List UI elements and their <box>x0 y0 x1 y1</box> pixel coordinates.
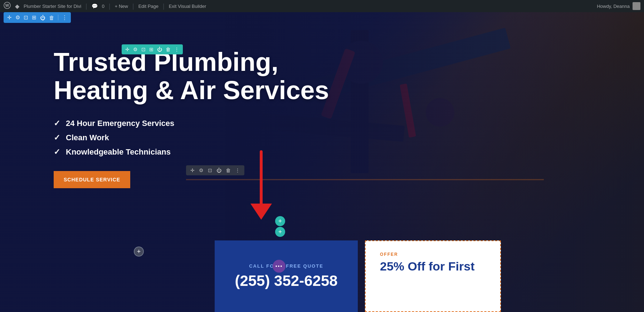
howdy-label: Howdy, Deanna <box>597 4 630 9</box>
teal-settings-icon[interactable]: ⚙ <box>133 47 138 52</box>
separator3: | <box>132 3 134 10</box>
gray-copy-icon[interactable]: ⊡ <box>208 167 212 173</box>
new-button[interactable]: + New <box>115 4 128 9</box>
divi-move-icon[interactable]: ✛ <box>7 14 12 21</box>
module-toolbar-teal: ✛ ⚙ ⊡ ⊞ ⏻ 🗑 ⋮ <box>122 44 183 54</box>
checklist-item-1: ✓ 24 Hour Emergency Services <box>54 119 644 128</box>
add-row-button-3[interactable]: + <box>134 247 144 257</box>
checklist-item-2: ✓ Clean Work <box>54 133 644 142</box>
svg-marker-3 <box>250 204 272 220</box>
teal-more-icon[interactable]: ⋮ <box>174 47 179 52</box>
call-number: (255) 352-6258 <box>235 272 337 289</box>
checklist-item-3: ✓ Knowledgeable Technicians <box>54 147 644 157</box>
divi-more-icon[interactable]: ⋮ <box>62 14 67 21</box>
float-dots-button[interactable]: ••• <box>273 260 286 273</box>
comments-icon[interactable]: 💬 <box>92 3 98 9</box>
hero-section: ✛ ⚙ ⊡ ⊞ ⏻ 🗑 ⋮ Trusted Plumbing, Heating … <box>0 12 644 312</box>
separator2: | <box>109 3 111 10</box>
wp-logo-icon[interactable]: W <box>4 2 11 10</box>
gray-disable-icon[interactable]: ⏻ <box>216 167 221 173</box>
teal-delete-icon[interactable]: 🗑 <box>166 47 171 52</box>
separator4: | <box>163 3 165 10</box>
offer-label: OFFER <box>380 252 486 257</box>
check-icon-2: ✓ <box>54 133 60 142</box>
toolbar-separator <box>58 15 58 20</box>
teal-move-icon[interactable]: ✛ <box>125 47 130 52</box>
site-name[interactable]: Plumber Starter Site for Divi <box>24 4 81 9</box>
divi-delete-icon[interactable]: 🗑 <box>49 15 54 21</box>
hero-checklist: ✓ 24 Hour Emergency Services ✓ Clean Wor… <box>54 119 644 157</box>
call-label: CALL FOR A FREE QUOTE <box>249 263 323 269</box>
divi-top-toolbar: ✛ ⚙ ⊡ ⊞ ⏻ 🗑 ⋮ <box>4 12 71 23</box>
gray-more-icon[interactable]: ⋮ <box>235 167 240 173</box>
svg-text:W: W <box>5 3 9 8</box>
check-icon-1: ✓ <box>54 119 60 128</box>
offer-card: OFFER 25% Off for First <box>365 240 501 312</box>
add-row-button-2[interactable]: + <box>275 227 285 237</box>
exit-builder-link[interactable]: Exit Visual Builder <box>169 4 206 9</box>
teal-copy-icon[interactable]: ⊡ <box>141 47 146 52</box>
hero-content: Trusted Plumbing, Heating & Air Services… <box>0 12 644 188</box>
edit-page-link[interactable]: Edit Page <box>138 4 158 9</box>
module-toolbar-gray: ✛ ⚙ ⊡ ⏻ 🗑 ⋮ <box>186 165 244 175</box>
gray-delete-icon[interactable]: 🗑 <box>226 167 231 173</box>
button-row: SCHEDULE SERVICE ✛ ⚙ ⊡ ⏻ 🗑 ⋮ <box>54 171 644 188</box>
check-icon-3: ✓ <box>54 147 60 157</box>
dots-icon: ••• <box>275 263 283 269</box>
red-arrow-indicator <box>243 148 279 221</box>
gray-move-icon[interactable]: ✛ <box>190 167 195 173</box>
teal-disable-icon[interactable]: ⏻ <box>157 47 162 52</box>
call-card: CALL FOR A FREE QUOTE (255) 352-6258 <box>215 240 358 312</box>
divi-disable-icon[interactable]: ⏻ <box>40 15 45 21</box>
button-line <box>186 179 544 180</box>
divi-layout-icon[interactable]: ⊞ <box>32 14 36 21</box>
divi-settings-icon[interactable]: ⚙ <box>15 14 20 21</box>
schedule-service-button[interactable]: SCHEDULE SERVICE <box>54 171 130 188</box>
teal-layout-icon[interactable]: ⊞ <box>149 47 153 52</box>
admin-bar: W ◆ Plumber Starter Site for Divi | 💬 0 … <box>0 0 644 12</box>
offer-title: 25% Off for First <box>380 260 486 273</box>
separator: | <box>86 3 87 10</box>
divi-copy-icon[interactable]: ⊡ <box>24 14 28 21</box>
divi-logo-icon[interactable]: ◆ <box>15 3 19 10</box>
hero-title: Trusted Plumbing, Heating & Air Services <box>54 48 333 104</box>
bottom-cards: CALL FOR A FREE QUOTE (255) 352-6258 OFF… <box>0 240 644 312</box>
comments-count[interactable]: 0 <box>102 4 104 9</box>
admin-avatar[interactable] <box>633 2 640 10</box>
admin-bar-left: W ◆ Plumber Starter Site for Divi | 💬 0 … <box>4 2 592 10</box>
gray-settings-icon[interactable]: ⚙ <box>199 167 204 173</box>
admin-bar-right: Howdy, Deanna <box>597 2 640 10</box>
